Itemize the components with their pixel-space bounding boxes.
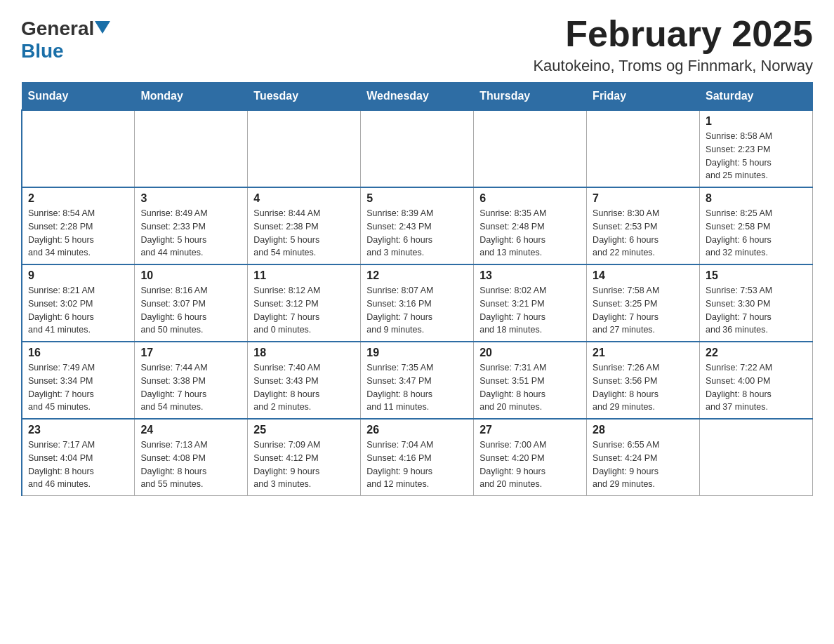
day-number: 28 [593, 424, 694, 436]
calendar-cell: 16Sunrise: 7:49 AMSunset: 3:34 PMDayligh… [22, 342, 135, 419]
header-thursday: Thursday [474, 83, 587, 111]
svg-marker-0 [95, 21, 110, 34]
day-number: 22 [706, 347, 807, 359]
day-info: Sunrise: 8:44 AMSunset: 2:38 PMDaylight:… [253, 207, 355, 260]
calendar-cell [135, 110, 248, 187]
day-number: 13 [479, 269, 581, 282]
day-info: Sunrise: 7:44 AMSunset: 3:38 PMDaylight:… [140, 361, 241, 414]
logo-blue-text: Blue [21, 40, 64, 62]
calendar-cell: 22Sunrise: 7:22 AMSunset: 4:00 PMDayligh… [700, 342, 813, 419]
day-info: Sunrise: 7:00 AMSunset: 4:20 PMDaylight:… [479, 438, 581, 491]
logo: General Blue [21, 14, 111, 62]
day-info: Sunrise: 8:25 AMSunset: 2:58 PMDaylight:… [706, 207, 807, 260]
calendar-cell: 3Sunrise: 8:49 AMSunset: 2:33 PMDaylight… [135, 187, 248, 264]
day-info: Sunrise: 8:30 AMSunset: 2:53 PMDaylight:… [593, 207, 694, 260]
calendar-cell: 25Sunrise: 7:09 AMSunset: 4:12 PMDayligh… [248, 419, 361, 496]
calendar-cell: 11Sunrise: 8:12 AMSunset: 3:12 PMDayligh… [248, 264, 361, 342]
day-info: Sunrise: 7:49 AMSunset: 3:34 PMDaylight:… [28, 361, 128, 414]
calendar-cell: 15Sunrise: 7:53 AMSunset: 3:30 PMDayligh… [700, 264, 813, 342]
day-info: Sunrise: 7:04 AMSunset: 4:16 PMDaylight:… [366, 438, 468, 491]
day-info: Sunrise: 7:26 AMSunset: 3:56 PMDaylight:… [593, 361, 694, 414]
day-number: 15 [706, 269, 807, 282]
day-info: Sunrise: 8:58 AMSunset: 2:23 PMDaylight:… [706, 130, 807, 182]
day-info: Sunrise: 7:40 AMSunset: 3:43 PMDaylight:… [253, 361, 355, 414]
calendar-cell: 21Sunrise: 7:26 AMSunset: 3:56 PMDayligh… [587, 342, 700, 419]
calendar-header: SundayMondayTuesdayWednesdayThursdayFrid… [22, 83, 813, 111]
day-number: 8 [706, 192, 807, 205]
day-number: 9 [28, 269, 128, 282]
calendar-cell [474, 110, 587, 187]
day-info: Sunrise: 7:35 AMSunset: 3:47 PMDaylight:… [366, 361, 468, 414]
calendar-cell: 8Sunrise: 8:25 AMSunset: 2:58 PMDaylight… [700, 187, 813, 264]
calendar-cell: 20Sunrise: 7:31 AMSunset: 3:51 PMDayligh… [474, 342, 587, 419]
day-number: 27 [479, 424, 581, 436]
title-section: February 2025 Kautokeino, Troms og Finnm… [533, 14, 813, 75]
header-wednesday: Wednesday [361, 83, 474, 111]
header-monday: Monday [135, 83, 248, 111]
day-info: Sunrise: 8:35 AMSunset: 2:48 PMDaylight:… [479, 207, 581, 260]
header-saturday: Saturday [700, 83, 813, 111]
calendar-cell: 17Sunrise: 7:44 AMSunset: 3:38 PMDayligh… [135, 342, 248, 419]
logo-general-text: General [21, 18, 94, 40]
calendar-cell: 1Sunrise: 8:58 AMSunset: 2:23 PMDaylight… [700, 110, 813, 187]
day-info: Sunrise: 7:53 AMSunset: 3:30 PMDaylight:… [706, 284, 807, 337]
day-number: 25 [253, 424, 355, 436]
day-number: 20 [479, 347, 581, 359]
calendar-cell: 28Sunrise: 6:55 AMSunset: 4:24 PMDayligh… [587, 419, 700, 496]
day-info: Sunrise: 7:09 AMSunset: 4:12 PMDaylight:… [253, 438, 355, 491]
calendar-cell: 10Sunrise: 8:16 AMSunset: 3:07 PMDayligh… [135, 264, 248, 342]
subtitle: Kautokeino, Troms og Finnmark, Norway [533, 57, 813, 75]
calendar-cell: 9Sunrise: 8:21 AMSunset: 3:02 PMDaylight… [22, 264, 135, 342]
day-info: Sunrise: 8:21 AMSunset: 3:02 PMDaylight:… [28, 284, 128, 337]
main-title: February 2025 [533, 14, 813, 54]
page-header: General Blue February 2025 Kautokeino, T… [21, 14, 813, 75]
day-info: Sunrise: 8:12 AMSunset: 3:12 PMDaylight:… [253, 284, 355, 337]
calendar-cell: 13Sunrise: 8:02 AMSunset: 3:21 PMDayligh… [474, 264, 587, 342]
week-row-2: 2Sunrise: 8:54 AMSunset: 2:28 PMDaylight… [22, 187, 813, 264]
day-info: Sunrise: 8:54 AMSunset: 2:28 PMDaylight:… [28, 207, 128, 260]
week-row-3: 9Sunrise: 8:21 AMSunset: 3:02 PMDaylight… [22, 264, 813, 342]
calendar-cell [700, 419, 813, 496]
calendar-cell: 2Sunrise: 8:54 AMSunset: 2:28 PMDaylight… [22, 187, 135, 264]
logo-triangle-icon [95, 21, 110, 34]
calendar-cell: 14Sunrise: 7:58 AMSunset: 3:25 PMDayligh… [587, 264, 700, 342]
calendar-cell: 5Sunrise: 8:39 AMSunset: 2:43 PMDaylight… [361, 187, 474, 264]
day-info: Sunrise: 8:07 AMSunset: 3:16 PMDaylight:… [366, 284, 468, 337]
calendar-cell [361, 110, 474, 187]
day-info: Sunrise: 6:55 AMSunset: 4:24 PMDaylight:… [593, 438, 694, 491]
day-info: Sunrise: 7:17 AMSunset: 4:04 PMDaylight:… [28, 438, 128, 491]
calendar-cell: 26Sunrise: 7:04 AMSunset: 4:16 PMDayligh… [361, 419, 474, 496]
week-row-1: 1Sunrise: 8:58 AMSunset: 2:23 PMDaylight… [22, 110, 813, 187]
day-number: 4 [253, 192, 355, 205]
day-number: 3 [140, 192, 241, 205]
day-number: 14 [593, 269, 694, 282]
day-number: 12 [366, 269, 468, 282]
day-info: Sunrise: 7:58 AMSunset: 3:25 PMDaylight:… [593, 284, 694, 337]
day-number: 24 [140, 424, 241, 436]
day-info: Sunrise: 8:02 AMSunset: 3:21 PMDaylight:… [479, 284, 581, 337]
header-tuesday: Tuesday [248, 83, 361, 111]
day-number: 19 [366, 347, 468, 359]
header-sunday: Sunday [22, 83, 135, 111]
calendar-cell: 6Sunrise: 8:35 AMSunset: 2:48 PMDaylight… [474, 187, 587, 264]
day-number: 1 [706, 115, 807, 128]
day-info: Sunrise: 8:16 AMSunset: 3:07 PMDaylight:… [140, 284, 241, 337]
day-number: 11 [253, 269, 355, 282]
day-number: 7 [593, 192, 694, 205]
calendar-cell: 23Sunrise: 7:17 AMSunset: 4:04 PMDayligh… [22, 419, 135, 496]
calendar-cell [248, 110, 361, 187]
day-number: 23 [28, 424, 128, 436]
day-number: 16 [28, 347, 128, 359]
calendar-cell: 24Sunrise: 7:13 AMSunset: 4:08 PMDayligh… [135, 419, 248, 496]
day-number: 6 [479, 192, 581, 205]
day-number: 17 [140, 347, 241, 359]
calendar-cell: 7Sunrise: 8:30 AMSunset: 2:53 PMDaylight… [587, 187, 700, 264]
header-friday: Friday [587, 83, 700, 111]
day-number: 2 [28, 192, 128, 205]
day-number: 5 [366, 192, 468, 205]
day-number: 10 [140, 269, 241, 282]
calendar-cell: 4Sunrise: 8:44 AMSunset: 2:38 PMDaylight… [248, 187, 361, 264]
calendar-cell [22, 110, 135, 187]
day-info: Sunrise: 8:39 AMSunset: 2:43 PMDaylight:… [366, 207, 468, 260]
week-row-4: 16Sunrise: 7:49 AMSunset: 3:34 PMDayligh… [22, 342, 813, 419]
